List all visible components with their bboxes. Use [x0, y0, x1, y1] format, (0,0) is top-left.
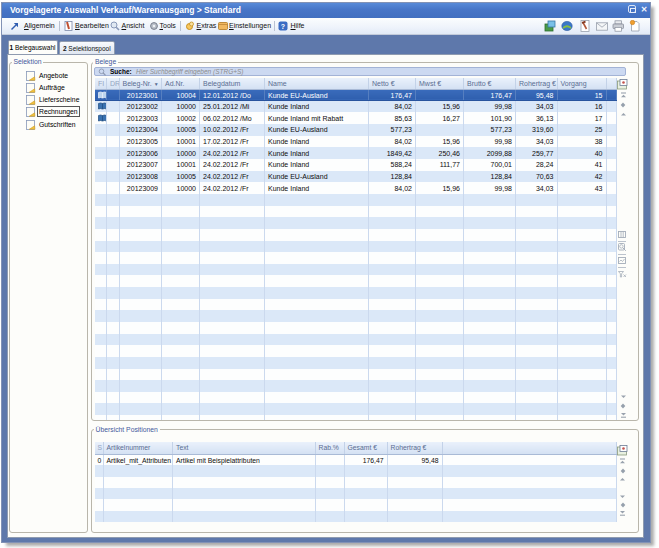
svg-text:?: ? — [281, 22, 285, 29]
